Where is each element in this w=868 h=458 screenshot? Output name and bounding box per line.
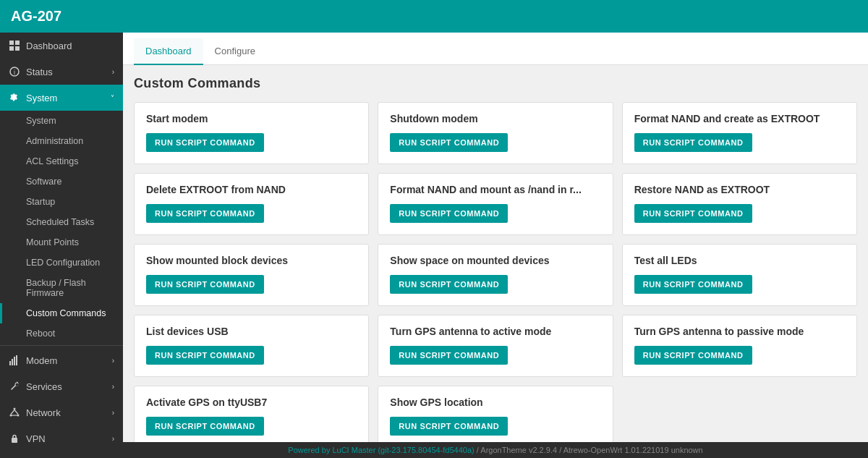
svg-line-14 [14,410,18,415]
sidebar-item-system-acl[interactable]: ACL Settings [0,151,123,171]
run-button-activate-gps[interactable]: RUN SCRIPT COMMAND [146,417,264,436]
sidebar-item-system-admin[interactable]: Administration [0,131,123,151]
command-card-show-mounted-block: Show mounted block devicesRUN SCRIPT COM… [134,244,369,306]
tab-bar: Dashboard Configure [123,33,868,65]
sidebar-item-modem[interactable]: Modem › [0,347,123,373]
sidebar-item-system-mount[interactable]: Mount Points [0,232,123,253]
sidebar-item-services[interactable]: Services › [0,373,123,399]
tab-dashboard[interactable]: Dashboard [134,38,203,65]
command-title-show-gps: Show GPS location [390,396,600,408]
sidebar-item-system-scheduled[interactable]: Scheduled Tasks [0,212,123,232]
chevron-right-icon-vpn: › [112,435,114,443]
footer: Powered by LuCI Master (git-23.175.80454… [123,442,868,458]
command-title-gps-active: Turn GPS antenna to active mode [390,326,600,337]
run-button-show-gps[interactable]: RUN SCRIPT COMMAND [390,417,508,436]
sidebar-item-system-custom[interactable]: Custom Commands [0,303,123,323]
sidebar-item-label-modem: Modem [26,355,57,366]
sidebar-item-system-software[interactable]: Software [0,171,123,192]
command-title-gps-passive: Turn GPS antenna to passive mode [634,326,845,337]
command-card-shutdown-modem: Shutdown modemRUN SCRIPT COMMAND [378,102,613,164]
command-card-gps-passive: Turn GPS antenna to passive modeRUN SCRI… [622,315,857,377]
command-card-activate-gps: Activate GPS on ttyUSB7RUN SCRIPT COMMAN… [134,386,369,442]
sidebar-item-system[interactable]: System ˅ [0,85,123,111]
run-button-delete-extroot[interactable]: RUN SCRIPT COMMAND [146,204,264,223]
command-card-format-nand-mount: Format NAND and mount as /nand in r...RU… [378,173,613,235]
sidebar-item-label-network: Network [26,407,61,418]
info-icon: i [9,66,20,77]
chevron-right-icon-network: › [112,409,114,417]
sidebar-item-status[interactable]: i Status › [0,59,123,85]
sidebar-item-system-reboot[interactable]: Reboot [0,323,123,344]
footer-link[interactable]: Powered by LuCI Master (git-23.175.80454… [288,446,474,454]
chevron-down-icon: ˅ [111,94,114,102]
run-button-show-mounted-block[interactable]: RUN SCRIPT COMMAND [146,275,264,294]
command-card-gps-active: Turn GPS antenna to active modeRUN SCRIP… [378,315,613,377]
sidebar-item-label-vpn: VPN [26,433,46,444]
svg-rect-9 [16,355,17,365]
run-button-list-usb[interactable]: RUN SCRIPT COMMAND [146,346,264,365]
command-title-show-mounted-block: Show mounted block devices [146,255,357,266]
chevron-right-icon: › [112,68,114,76]
run-button-shutdown-modem[interactable]: RUN SCRIPT COMMAND [390,133,508,152]
sidebar-item-system-led[interactable]: LED Configuration [0,253,123,273]
sidebar-item-label-dashboard: Dashboard [26,41,72,51]
run-button-test-leds[interactable]: RUN SCRIPT COMMAND [634,275,752,294]
command-card-test-leds: Test all LEDsRUN SCRIPT COMMAND [622,244,857,306]
grid-icon [9,40,20,51]
sidebar-item-system-startup[interactable]: Startup [0,192,123,212]
sidebar-item-vpn[interactable]: VPN › [0,425,123,451]
gear-icon [9,92,20,103]
tab-configure[interactable]: Configure [203,38,267,65]
sidebar-item-label-services: Services [26,381,62,392]
svg-rect-8 [14,357,15,365]
svg-text:i: i [14,69,15,76]
command-card-list-usb: List devices USBRUN SCRIPT COMMAND [134,315,369,377]
sidebar: Dashboard i Status › System ˅ System Adm… [0,33,123,458]
wrench-icon [9,381,20,392]
svg-point-10 [14,408,16,410]
run-button-restore-nand[interactable]: RUN SCRIPT COMMAND [634,204,752,223]
sidebar-item-dashboard[interactable]: Dashboard [0,33,123,59]
run-button-gps-active[interactable]: RUN SCRIPT COMMAND [390,346,508,365]
sidebar-item-label-status: Status [26,67,53,77]
command-title-format-nand-extroot: Format NAND and create as EXTROOT [634,113,845,124]
command-card-delete-extroot: Delete EXTROOT from NANDRUN SCRIPT COMMA… [134,173,369,235]
sidebar-item-statistics[interactable]: Statistics › [0,451,123,458]
main-area: Dashboard Configure Custom Commands Star… [123,33,868,458]
svg-rect-16 [12,438,17,443]
run-button-gps-passive[interactable]: RUN SCRIPT COMMAND [634,346,752,365]
signal-icon [9,355,20,366]
run-button-format-nand-extroot[interactable]: RUN SCRIPT COMMAND [634,133,752,152]
sidebar-item-system-backup[interactable]: Backup / Flash Firmware [0,273,123,303]
command-title-shutdown-modem: Shutdown modem [390,113,600,124]
svg-rect-3 [15,46,20,51]
command-card-show-space: Show space on mounted devicesRUN SCRIPT … [378,244,613,306]
svg-rect-0 [9,41,14,45]
network-icon [9,407,20,418]
command-title-test-leds: Test all LEDs [634,255,845,266]
run-button-start-modem[interactable]: RUN SCRIPT COMMAND [146,133,264,152]
sidebar-item-label-system: System [26,93,57,103]
footer-text-extra: / ArgonTheme v2.2.9.4 / Atrewo-OpenWrt 1… [477,446,703,454]
command-title-activate-gps: Activate GPS on ttyUSB7 [146,396,357,408]
top-bar: AG-207 [0,0,868,33]
command-card-start-modem: Start modemRUN SCRIPT COMMAND [134,102,369,164]
command-card-format-nand-extroot: Format NAND and create as EXTROOTRUN SCR… [622,102,857,164]
command-card-restore-nand: Restore NAND as EXTROOTRUN SCRIPT COMMAN… [622,173,857,235]
svg-rect-7 [12,359,13,365]
lock-icon [9,433,20,444]
sidebar-item-system-system[interactable]: System [0,111,123,131]
command-title-format-nand-mount: Format NAND and mount as /nand in r... [390,184,600,195]
svg-rect-1 [15,41,20,45]
page-title: Custom Commands [134,76,857,91]
chevron-right-icon-services: › [112,383,114,391]
command-title-show-space: Show space on mounted devices [390,255,600,266]
sidebar-item-network[interactable]: Network › [0,399,123,425]
run-button-show-space[interactable]: RUN SCRIPT COMMAND [390,275,508,294]
command-title-restore-nand: Restore NAND as EXTROOT [634,184,845,195]
content-area: Custom Commands Start modemRUN SCRIPT CO… [123,65,868,442]
svg-line-13 [11,410,14,415]
command-card-show-gps: Show GPS locationRUN SCRIPT COMMAND [378,386,613,442]
run-button-format-nand-mount[interactable]: RUN SCRIPT COMMAND [390,204,508,223]
logo: AG-207 [11,8,127,25]
